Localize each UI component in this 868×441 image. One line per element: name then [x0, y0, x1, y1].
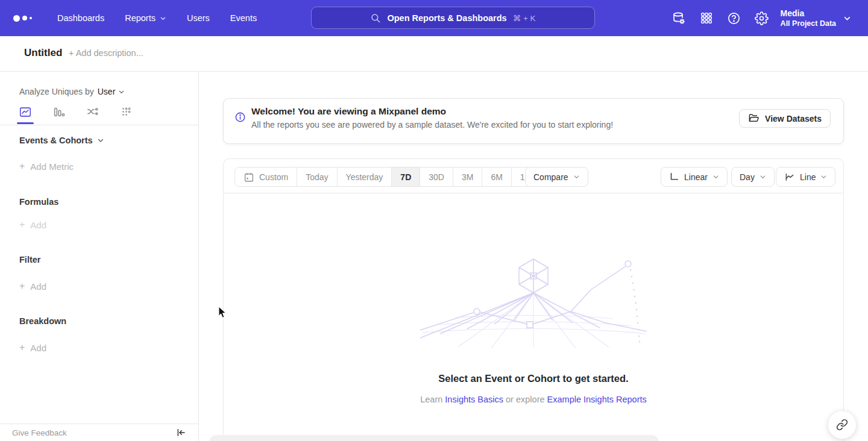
- nav-right: Media All Project Data: [665, 0, 868, 36]
- scale-label: Linear: [684, 172, 708, 182]
- folder-icon: [748, 113, 760, 124]
- report-description-placeholder[interactable]: + Add description...: [69, 48, 143, 58]
- range-today[interactable]: Today: [297, 167, 337, 186]
- nav-item-label: Reports: [125, 13, 156, 23]
- range-7d[interactable]: 7D: [392, 167, 420, 186]
- help-icon[interactable]: [720, 0, 748, 36]
- range-3m[interactable]: 3M: [453, 167, 482, 186]
- interval-day-button[interactable]: Day: [731, 167, 775, 187]
- project-switcher[interactable]: Media All Project Data: [781, 8, 862, 28]
- query-builder-sidebar: Analyze Uniques by User Events & Cohorts…: [0, 72, 199, 441]
- compare-label: Compare: [533, 172, 568, 182]
- section-label: Formulas: [19, 197, 58, 207]
- empty-state-title: Select an Event or Cohort to get started…: [224, 373, 843, 384]
- flow-sankey-icon: [86, 105, 99, 119]
- project-name: Media: [781, 8, 836, 19]
- info-icon: [234, 111, 246, 123]
- collapse-sidebar-icon[interactable]: [176, 428, 186, 437]
- nav-item-reports[interactable]: Reports: [115, 8, 177, 28]
- analyze-value-dropdown[interactable]: User: [98, 87, 125, 96]
- nav-item-label: Users: [187, 13, 210, 23]
- chart-type-label: Line: [800, 172, 816, 182]
- chart-type-line-button[interactable]: Line: [776, 167, 835, 187]
- add-metric-label: Add Metric: [30, 161, 74, 172]
- plus-icon: +: [19, 342, 25, 353]
- linear-axes-icon: [669, 172, 679, 182]
- nav-item-dashboards[interactable]: Dashboards: [47, 8, 115, 28]
- search-icon: [370, 13, 381, 23]
- events-cohorts-section-title[interactable]: Events & Cohorts: [19, 136, 104, 145]
- learn-prefix: Learn: [420, 395, 445, 404]
- chart-controls: Custom Today Yesterday 7D 30D 3M 6M 12M …: [224, 159, 843, 193]
- range-label: 3M: [462, 172, 473, 182]
- tab-bar-chart[interactable]: [49, 101, 69, 123]
- chevron-down-icon: [118, 89, 125, 95]
- add-filter-button[interactable]: + Add: [19, 281, 46, 292]
- plus-icon: +: [19, 281, 25, 292]
- tab-line-chart[interactable]: [16, 101, 35, 123]
- settings-gear-icon[interactable]: [748, 0, 776, 36]
- mixpanel-logo[interactable]: [13, 15, 40, 22]
- banner-subtitle: All the reports you see are powered by a…: [251, 120, 613, 130]
- sidebar-footer: Give Feedback: [0, 424, 199, 441]
- top-nav: Dashboards Reports Users Events Open Rep…: [0, 0, 868, 36]
- bar-chart-icon: [52, 105, 66, 119]
- example-reports-link[interactable]: Example Insights Reports: [547, 395, 647, 404]
- add-breakdown-label: Add: [30, 343, 46, 353]
- section-label: Events & Cohorts: [19, 136, 93, 145]
- range-30d[interactable]: 30D: [420, 167, 453, 186]
- add-filter-label: Add: [30, 281, 46, 292]
- range-label: 6M: [491, 172, 502, 182]
- date-range-segmented: Custom Today Yesterday 7D 30D 3M 6M 12M: [234, 167, 546, 187]
- data-management-icon[interactable]: [665, 0, 693, 36]
- analyze-uniques-row: Analyze Uniques by User: [19, 87, 125, 96]
- empty-state: Select an Event or Cohort to get started…: [224, 193, 843, 404]
- scale-linear-button[interactable]: Linear: [661, 167, 728, 187]
- tab-scatter-grid[interactable]: [117, 101, 136, 123]
- range-6m[interactable]: 6M: [482, 167, 511, 186]
- interval-label: Day: [740, 172, 755, 182]
- give-feedback-link[interactable]: Give Feedback: [12, 428, 67, 437]
- empty-state-subtitle: Learn Insights Basics or explore Example…: [224, 395, 843, 404]
- insights-basics-link[interactable]: Insights Basics: [445, 395, 503, 404]
- formulas-section-title: Formulas: [19, 197, 58, 207]
- range-label: Custom: [259, 172, 288, 182]
- line-chart-icon: [19, 105, 32, 119]
- range-yesterday[interactable]: Yesterday: [338, 167, 392, 186]
- nav-items: Dashboards Reports Users Events: [47, 8, 267, 28]
- nav-item-users[interactable]: Users: [177, 8, 220, 28]
- results-panel-peek[interactable]: [209, 435, 659, 441]
- logo-dot-icon: [13, 15, 20, 22]
- add-formula-label: Add: [30, 220, 46, 230]
- plus-icon: +: [19, 219, 25, 230]
- section-label: Breakdown: [19, 316, 66, 326]
- range-custom[interactable]: Custom: [235, 167, 297, 186]
- apps-grid-icon[interactable]: [693, 0, 720, 36]
- logo-dot-icon: [22, 16, 27, 20]
- tab-flow-chart[interactable]: [83, 101, 102, 123]
- chevron-down-icon: [160, 15, 166, 22]
- add-metric-button[interactable]: + Add Metric: [19, 161, 74, 172]
- nav-item-events[interactable]: Events: [220, 8, 267, 28]
- breakdown-section-title: Breakdown: [19, 316, 66, 326]
- global-search[interactable]: Open Reports & Dashboards ⌘ + K: [311, 7, 595, 29]
- report-header: Untitled + Add description... Save: [0, 36, 868, 72]
- compare-button[interactable]: Compare: [525, 167, 588, 187]
- chevron-down-icon: [843, 14, 851, 22]
- section-label: Filter: [19, 255, 40, 264]
- welcome-banner: Welcome! You are viewing a Mixpanel demo…: [223, 98, 844, 144]
- view-datasets-button[interactable]: View Datasets: [739, 109, 831, 128]
- analyze-prefix: Analyze Uniques by: [19, 87, 94, 96]
- report-title[interactable]: Untitled: [24, 47, 62, 59]
- add-formula-button[interactable]: + Add: [19, 219, 46, 230]
- chevron-down-icon: [760, 174, 766, 180]
- line-type-icon: [784, 172, 795, 183]
- main-content: Welcome! You are viewing a Mixpanel demo…: [199, 72, 868, 441]
- share-link-fab[interactable]: [828, 410, 857, 439]
- calendar-icon: [244, 172, 254, 183]
- analyze-value: User: [98, 87, 116, 96]
- chevron-down-icon: [573, 174, 580, 180]
- add-breakdown-button[interactable]: + Add: [19, 342, 46, 353]
- range-label: 7D: [400, 172, 411, 182]
- chevron-down-icon: [97, 137, 104, 144]
